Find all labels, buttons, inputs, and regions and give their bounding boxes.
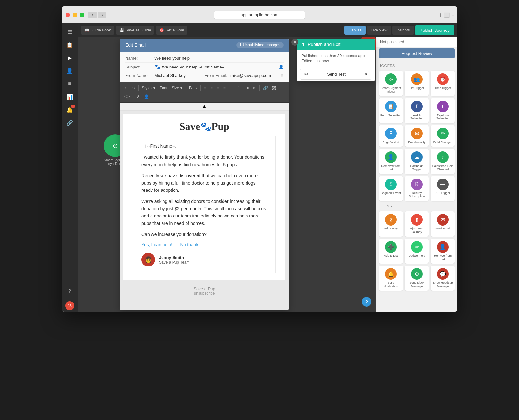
align-justify-button[interactable]: ≡ (222, 84, 227, 92)
trigger-item[interactable]: ✏ Field Changed (431, 125, 455, 147)
send-test-button[interactable]: ✉ Send Test ▾ (300, 69, 371, 80)
sidebar-contacts-icon[interactable]: 📋 (64, 39, 76, 51)
request-review-button[interactable]: Request Review (379, 48, 455, 58)
published-info-text: Published: less than 30 seconds ago (301, 54, 370, 58)
minimize-dot[interactable] (73, 13, 77, 17)
canvas-button[interactable]: Canvas (344, 26, 366, 35)
sidebar-reports-icon[interactable]: 📊 (64, 91, 76, 103)
indent-button[interactable]: ⇥ (244, 84, 250, 92)
redo-button[interactable]: ↪ (130, 84, 137, 92)
forward-button[interactable]: › (98, 12, 106, 18)
from-name-value[interactable]: Michael Sharkey (154, 73, 204, 78)
trigger-item[interactable]: — API Trigger (431, 176, 455, 201)
italic-button[interactable]: I (194, 84, 199, 92)
trigger-item[interactable]: R Recurly Subscription (405, 176, 429, 201)
unsubscribe-link[interactable]: unsubscribe (123, 291, 285, 296)
undo-button[interactable]: ↩ (123, 84, 129, 92)
sidebar-people-icon[interactable]: 👤 (64, 65, 76, 77)
from-email-value[interactable]: mike@saveapup.com (230, 73, 280, 78)
font-dropdown[interactable]: Font (158, 84, 169, 92)
signature-avatar: 👩 (141, 253, 155, 266)
sidebar-notifications-icon[interactable]: 🔔 (64, 104, 76, 116)
no-thanks-link[interactable]: No thanks (180, 242, 200, 247)
yes-link[interactable]: Yes, I can help! (141, 242, 172, 247)
outdent-button[interactable]: ⇤ (251, 84, 258, 92)
numbered-list-button[interactable]: 1. (236, 84, 243, 92)
action-item[interactable]: ⬆ Eject from Journey (405, 211, 429, 237)
trigger-icon: 🖥 (385, 128, 397, 139)
subject-field-row: Subject: 🐾 We need your help --First Nam… (125, 63, 284, 71)
action-item[interactable]: ✏ Update Field (405, 239, 429, 264)
toolbar-separator-1 (138, 85, 139, 91)
sidebar-lists-icon[interactable]: ≡ (64, 78, 76, 90)
size-dropdown[interactable]: Size ▾ (170, 84, 184, 92)
link-divider: | (175, 242, 177, 248)
view-buttons: Canvas Live View Insights Publish Journe… (344, 25, 454, 35)
trigger-item[interactable]: 👥 List Trigger (405, 71, 429, 96)
trigger-item[interactable]: 🖥 Page Visited (379, 125, 403, 147)
add-tab-icon[interactable]: + (452, 12, 454, 18)
trigger-icon: ⏰ (437, 73, 449, 85)
back-button[interactable]: ‹ (88, 12, 97, 18)
close-publish-panel-button[interactable]: ✕ (291, 39, 298, 46)
image-button[interactable]: 🖼 (271, 84, 278, 92)
name-value[interactable]: We need your help (154, 56, 284, 61)
trigger-item[interactable]: S Segment Event (379, 176, 403, 201)
action-icon: 👤 (437, 241, 449, 253)
link-button[interactable]: 🔗 (261, 84, 270, 92)
trigger-item[interactable]: ⏰ Time Trigger (431, 71, 455, 96)
insights-button[interactable]: Insights (392, 26, 414, 35)
action-label: Update Field (408, 254, 425, 258)
trigger-item[interactable]: t Typeform Submitted (431, 98, 455, 123)
action-item[interactable]: ⧖ Add Delay (379, 211, 403, 237)
align-right-button[interactable]: ≡ (215, 84, 221, 92)
code-button[interactable]: </> (123, 93, 131, 101)
live-view-button[interactable]: Live View (367, 26, 391, 35)
email-question: Can we increase your donation? (141, 231, 267, 238)
sidebar-user-icon[interactable]: JS (65, 301, 74, 310)
save-as-guide-button[interactable]: 💾 Save as Guide (116, 26, 154, 35)
collapse-arrow[interactable]: ▲ (120, 103, 289, 111)
styles-dropdown[interactable]: Styles ▾ (140, 84, 157, 92)
action-item[interactable]: ➕ Add to List (379, 239, 403, 264)
subject-person-icon: 👤 (279, 65, 284, 69)
window-icon[interactable]: ⬜ (444, 12, 450, 18)
action-item[interactable]: ⚙ Send Slack Message (405, 266, 429, 291)
email-content: Save🐾Pup Hi --First Name--, I wanted to … (120, 111, 289, 310)
sidebar-menu-icon[interactable]: ☰ (64, 26, 76, 38)
action-item[interactable]: ✉ Send Email (431, 211, 455, 237)
sidebar-help-icon[interactable]: ? (64, 286, 76, 297)
trigger-item[interactable]: ☁ Campaign Trigger (405, 149, 429, 174)
help-bubble[interactable]: ? (362, 297, 371, 307)
bold-button[interactable]: B (187, 84, 194, 92)
trigger-item[interactable]: 👤 Removed from List (379, 149, 403, 174)
more-button[interactable]: 👤 (142, 93, 151, 101)
trigger-item[interactable]: 📋 Form Submitted (379, 98, 403, 123)
align-center-button[interactable]: ≡ (209, 84, 214, 92)
share-icon[interactable]: ⬆ (438, 12, 442, 18)
trigger-label: Form Submitted (380, 114, 401, 117)
action-label: Remove from List (432, 254, 453, 261)
info-icon: ℹ (240, 43, 241, 47)
disable-button[interactable]: ⊘ (135, 93, 141, 101)
action-item[interactable]: 💬 Show Headsup Message (431, 266, 455, 291)
align-left-button[interactable]: ≡ (202, 84, 208, 92)
url-bar[interactable]: app.autopilothq.com (214, 11, 305, 19)
trigger-item[interactable]: ⊙ Smart Segment Trigger (379, 71, 403, 96)
action-item[interactable]: 👤 Remove from List (431, 239, 455, 264)
publish-journey-button[interactable]: Publish Journey (415, 25, 454, 35)
guide-book-button[interactable]: 📖 Guide Book (81, 26, 114, 35)
action-label: Add Delay (384, 227, 398, 230)
bullet-list-button[interactable]: ⁝ (231, 84, 235, 92)
set-goal-button[interactable]: 🎯 Set a Goal (156, 26, 187, 35)
close-dot[interactable] (66, 13, 70, 17)
action-item[interactable]: 🔔 Send Notification (379, 266, 403, 291)
trigger-item[interactable]: f Lead Ad Submitted (405, 98, 429, 123)
personalize-button[interactable]: ⊕ (279, 84, 285, 92)
subject-value[interactable]: 🐾 We need your help --First Name--! (154, 64, 279, 69)
trigger-item[interactable]: ↕ Salesforce Field Changed (431, 149, 455, 174)
sidebar-integrations-icon[interactable]: 🔗 (64, 117, 76, 129)
maximize-dot[interactable] (80, 13, 84, 17)
trigger-item[interactable]: ✉ Email Activity (405, 125, 429, 147)
sidebar-journeys-icon[interactable]: ▶ (64, 52, 76, 64)
